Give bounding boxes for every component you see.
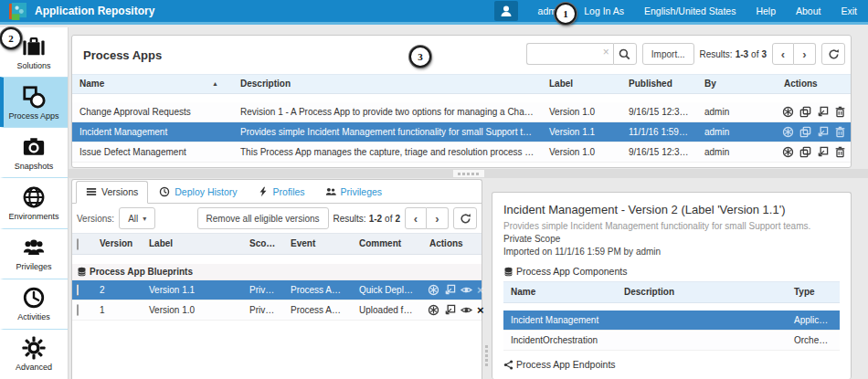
column-header-description[interactable]: Description [233,75,542,93]
detail-scope: Private Scope [492,232,851,245]
splitter-handle[interactable] [453,170,484,177]
import-button[interactable]: Import... [642,43,694,65]
top-menu: admin Log In As English/United States He… [494,1,859,21]
cell-event: Process App Cre... [283,301,352,320]
table-row[interactable]: Change Approval Requests Revision 1 - A … [72,102,851,122]
sidebar-item-process-apps[interactable]: Process Apps [0,77,68,127]
components-section-header: Process App Components [492,258,851,281]
column-header-published[interactable]: Published [621,75,697,93]
component-row-selected[interactable]: Incident Management Application [503,311,840,331]
results-range: 1-2 [369,214,382,224]
export-icon[interactable] [444,284,456,296]
prev-page-button[interactable]: ‹ [405,207,427,229]
versions-filter-dropdown[interactable]: All ▾ [119,207,155,229]
row-checkbox[interactable] [77,304,79,316]
table-row[interactable]: Issue Defect Management This Process App… [72,142,851,163]
sidebar-item-environments[interactable]: Environments [0,177,68,227]
results-total: 2 [395,214,400,224]
deploy-icon[interactable] [428,284,439,296]
delete-icon[interactable] [834,126,846,138]
sidebar-item-label: Activities [17,312,50,321]
column-header-actions: Actions [422,235,482,253]
menu-help[interactable]: Help [756,5,776,16]
column-header-name[interactable]: Name ▲ [72,75,233,93]
versions-filter-label: Versions: [77,214,114,224]
dropdown-value: All [128,214,138,224]
component-row[interactable]: IncidentOrchestration Orchestration [503,331,840,351]
refresh-button[interactable] [453,207,477,229]
deploy-icon[interactable] [782,106,794,118]
menu-locale[interactable]: English/United States [644,5,736,16]
section-label: Process App Components [516,266,627,277]
next-page-button[interactable]: › [794,43,816,65]
column-header-event[interactable]: Event [283,235,352,253]
column-header-scope[interactable]: Scope [242,235,283,253]
export-icon[interactable] [817,146,829,158]
versions-header-row: Version Label Scope Event Comment Action… [72,233,482,255]
list-icon [86,186,97,197]
next-page-button[interactable]: › [427,207,449,229]
remove-all-eligible-versions-button[interactable]: Remove all eligible versions [197,207,329,229]
components-table: Name Description Type Incident Managemen… [503,281,840,351]
select-all-checkbox[interactable] [77,238,79,250]
search-button[interactable] [613,43,637,65]
tab-versions[interactable]: Versions [76,181,148,204]
horizontal-splitter[interactable] [69,169,868,178]
table-row-selected[interactable]: Incident Management Provides simple Inci… [72,122,851,142]
column-header-by[interactable]: By [697,75,777,93]
export-icon[interactable] [444,304,456,316]
row-actions [777,146,852,158]
export-icon[interactable] [817,126,829,138]
results-of: of [385,214,392,224]
clear-search-icon[interactable]: × [603,47,609,58]
clock-icon [159,186,170,197]
tab-deploy-history[interactable]: Deploy History [150,182,246,203]
user-avatar[interactable] [494,1,518,21]
menu-exit[interactable]: Exit [841,5,857,16]
tab-profiles[interactable]: Profiles [249,182,314,203]
column-header-label[interactable]: Label [142,235,242,253]
refresh-button[interactable] [821,43,845,65]
deploy-icon[interactable] [428,304,439,316]
menu-log-in-as[interactable]: Log In As [584,5,624,16]
view-icon[interactable] [460,304,472,316]
sidebar-item-advanced[interactable]: Advanced [0,329,68,379]
results-of: of [751,49,758,59]
tab-privileges[interactable]: Privileges [316,182,392,203]
process-apps-panel: Process Apps × Import... Results:1-3 of3… [71,35,852,168]
column-header-comment[interactable]: Comment [352,235,422,253]
copy-icon[interactable] [799,146,811,158]
menu-about[interactable]: About [796,5,820,16]
column-header-description: Description [617,283,787,301]
table-spacer [72,255,482,264]
vertical-splitter[interactable] [483,179,490,379]
deploy-icon[interactable] [782,146,794,158]
page-title: Process Apps [83,48,162,62]
sidebar-item-snapshots[interactable]: Snapshots [0,127,68,177]
results-count: Results:1-3 of3 [700,49,767,59]
delete-icon[interactable] [834,106,846,118]
deploy-icon[interactable] [782,126,794,138]
version-row-selected[interactable]: 2 Version 1.1 Private Process App Ch... … [72,280,482,300]
delete-icon[interactable] [834,146,846,158]
pager: ‹ › [772,43,816,65]
view-icon[interactable] [460,284,472,296]
sidebar-item-activities[interactable]: Activities [0,279,68,329]
version-row[interactable]: 1 Version 1.0 Private Process App Cre...… [72,300,482,321]
column-header-version[interactable]: Version [92,235,142,253]
sidebar-item-privileges[interactable]: Privileges [0,228,68,279]
row-checkbox[interactable] [77,284,79,296]
sidebar-nav: Solutions Process Apps Snapshots Environ… [0,27,69,379]
export-icon[interactable] [817,106,829,118]
copy-icon[interactable] [799,126,811,138]
results-range: 1-3 [736,49,748,59]
cell-label: Version 1.1 [542,123,621,142]
cell-label: Version 1.1 [142,281,242,300]
cell-by: admin [697,143,777,162]
search-input[interactable] [526,43,613,65]
app-logo-icon [9,3,26,20]
copy-icon[interactable] [799,106,811,118]
column-header-label[interactable]: Label [542,75,621,93]
prev-page-button[interactable]: ‹ [772,43,794,65]
cell-version: 1 [92,301,142,320]
